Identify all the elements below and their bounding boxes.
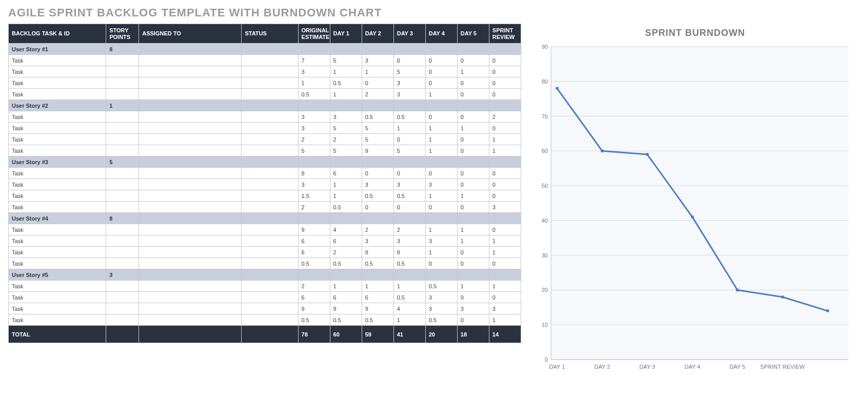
cell-d5: 0 bbox=[457, 258, 489, 269]
cell-d2: 9 bbox=[362, 303, 393, 314]
task-name: Task bbox=[9, 123, 106, 134]
data-point bbox=[826, 309, 829, 312]
story-points: 3 bbox=[106, 269, 139, 281]
cell-d3: 0 bbox=[393, 202, 425, 213]
task-row: Task3133300 bbox=[9, 179, 521, 190]
cell-review: 3 bbox=[489, 202, 521, 213]
cell-d4: 3 bbox=[425, 303, 457, 314]
cell-d4: 1 bbox=[425, 145, 457, 156]
cell-d1: 3 bbox=[330, 111, 362, 123]
col-header-d1: DAY 1 bbox=[330, 24, 362, 44]
cell-d1: 1 bbox=[330, 179, 362, 190]
task-name: Task bbox=[9, 281, 106, 292]
task-row: Task3115010 bbox=[9, 66, 521, 77]
cell-d5: 0 bbox=[457, 247, 489, 258]
story-points: 8 bbox=[106, 44, 139, 55]
cell-review: 1 bbox=[489, 314, 521, 326]
cell-d3: 5 bbox=[393, 145, 425, 156]
task-row: Task330.50.5002 bbox=[9, 111, 521, 123]
cell-d3: 0.5 bbox=[393, 292, 425, 303]
cell-orig: 5 bbox=[298, 145, 330, 156]
cell-d4: 1 bbox=[425, 134, 457, 145]
y-tick-label: 70 bbox=[542, 113, 548, 120]
task-name: Task bbox=[9, 224, 106, 235]
task-name: Task bbox=[9, 303, 106, 314]
cell-orig: 0.5 bbox=[298, 89, 330, 100]
task-row: Task5595101 bbox=[9, 145, 521, 156]
cell-orig: 1.5 bbox=[298, 190, 330, 202]
story-points: 1 bbox=[106, 100, 139, 111]
task-name: Task bbox=[9, 202, 106, 213]
cell-d5: 0 bbox=[457, 134, 489, 145]
cell-orig: 3 bbox=[298, 111, 330, 123]
col-header-d2: DAY 2 bbox=[362, 24, 393, 44]
cell-d2: 2 bbox=[362, 89, 393, 100]
cell-review: 0 bbox=[489, 55, 521, 66]
x-tick-label: DAY 3 bbox=[639, 364, 655, 370]
cell-d4: 1 bbox=[425, 247, 457, 258]
cell-d5: 1 bbox=[457, 235, 489, 247]
cell-d1: 5 bbox=[330, 123, 362, 134]
cell-d5: 1 bbox=[457, 66, 489, 77]
cell-d2: 9 bbox=[362, 145, 393, 156]
cell-d5: 9 bbox=[457, 292, 489, 303]
cell-d3: 3 bbox=[393, 179, 425, 190]
cell-d3: 0.5 bbox=[393, 111, 425, 123]
col-header-review: SPRINT REVIEW bbox=[489, 24, 521, 44]
cell-d4: 0 bbox=[425, 202, 457, 213]
cell-d1: 1 bbox=[330, 89, 362, 100]
story-points: 8 bbox=[106, 213, 139, 224]
task-row: Task20.500003 bbox=[9, 202, 521, 213]
cell-d1: 0.5 bbox=[330, 77, 362, 89]
cell-d3: 2 bbox=[393, 224, 425, 235]
task-row: Task10.503000 bbox=[9, 77, 521, 89]
cell-review: 0 bbox=[489, 123, 521, 134]
task-row: Task21110.511 bbox=[9, 281, 521, 292]
cell-d4: 1 bbox=[425, 123, 457, 134]
cell-d3: 0.5 bbox=[393, 190, 425, 202]
cell-d4: 0 bbox=[425, 168, 457, 179]
cell-review: 0 bbox=[489, 77, 521, 89]
cell-d3: 0 bbox=[393, 134, 425, 145]
cell-d4: 3 bbox=[425, 235, 457, 247]
data-point bbox=[691, 215, 694, 219]
cell-d5: 1 bbox=[457, 123, 489, 134]
task-row: Task9994333 bbox=[9, 303, 521, 314]
cell-d5: 0 bbox=[457, 111, 489, 123]
chart-title: SPRINT BURNDOWN bbox=[530, 28, 860, 38]
backlog-table-container: BACKLOG TASK & ID STORY POINTS ASSIGNED … bbox=[8, 24, 521, 343]
task-name: Task bbox=[9, 247, 106, 258]
story-row: User Story #18 bbox=[9, 44, 521, 55]
cell-d2: 5 bbox=[362, 123, 393, 134]
cell-d3: 0 bbox=[393, 55, 425, 66]
cell-d4: 1 bbox=[425, 224, 457, 235]
cell-orig: 2 bbox=[298, 281, 330, 292]
cell-review: 0 bbox=[489, 66, 521, 77]
table-header-row: BACKLOG TASK & ID STORY POINTS ASSIGNED … bbox=[9, 24, 521, 44]
cell-d3: 1 bbox=[393, 281, 425, 292]
cell-d3: 0 bbox=[393, 168, 425, 179]
cell-d2: 0 bbox=[362, 77, 393, 89]
cell-orig: 2 bbox=[298, 134, 330, 145]
cell-d2: 3 bbox=[362, 179, 393, 190]
x-tick-label: DAY 4 bbox=[684, 364, 700, 370]
y-tick-label: 30 bbox=[542, 252, 548, 259]
total-d2: 59 bbox=[362, 326, 393, 343]
task-row: Task3551110 bbox=[9, 123, 521, 134]
cell-d4: 0 bbox=[425, 111, 457, 123]
cell-d2: 0 bbox=[362, 202, 393, 213]
cell-review: 0 bbox=[489, 292, 521, 303]
task-row: Task0.50.50.50.5000 bbox=[9, 258, 521, 269]
cell-d5: 0 bbox=[457, 168, 489, 179]
task-name: Task bbox=[9, 190, 106, 202]
cell-d1: 0.5 bbox=[330, 258, 362, 269]
cell-d1: 5 bbox=[330, 55, 362, 66]
story-name: User Story #4 bbox=[9, 213, 106, 224]
col-header-d5: DAY 5 bbox=[457, 24, 489, 44]
total-review: 14 bbox=[489, 326, 521, 343]
y-tick-label: 80 bbox=[542, 78, 548, 85]
cell-d1: 5 bbox=[330, 145, 362, 156]
task-name: Task bbox=[9, 179, 106, 190]
cell-orig: 2 bbox=[298, 202, 330, 213]
task-row: Task7530000 bbox=[9, 55, 521, 66]
